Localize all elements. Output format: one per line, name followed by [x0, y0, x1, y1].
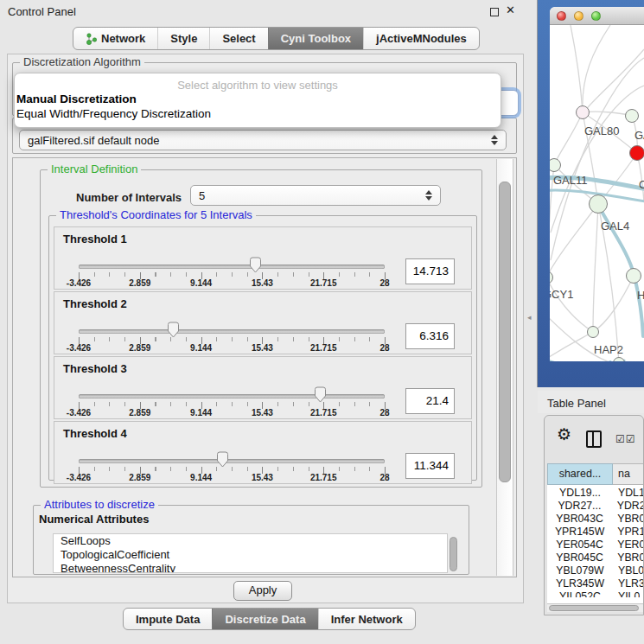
slider-major-ticks [79, 467, 386, 474]
algorithm-option-manual[interactable]: Manual Discretization [15, 92, 501, 106]
tab-label: Infer Network [331, 613, 403, 626]
scale-label: 15.43 [252, 473, 273, 482]
slider-major-ticks [79, 402, 386, 409]
slider-track[interactable] [79, 329, 385, 334]
threshold-label: Threshold 1 [63, 233, 127, 245]
scale-label: 9.144 [190, 278, 212, 288]
table-data-combo[interactable]: galFiltered.sif default node [19, 130, 507, 150]
table-row[interactable]: YDL19...YDL1 [547, 487, 644, 500]
splitter-grip-icon[interactable]: ◂ [527, 313, 532, 322]
table-horizontal-scrollbar[interactable] [547, 603, 644, 612]
float-window-icon[interactable] [490, 8, 499, 16]
network-node-gal4[interactable] [589, 194, 608, 214]
attribute-list-item[interactable]: BetweennessCentrality [54, 562, 447, 573]
scale-label: 2.859 [129, 473, 150, 482]
table-row[interactable]: YPR145WYPR1 [547, 526, 644, 539]
tab-jactivemnodules[interactable]: jActiveMNodules [363, 28, 479, 49]
tab-infer-network[interactable]: Infer Network [318, 609, 415, 629]
control-panel-tabbar: NetworkStyleSelectCyni ToolboxjActiveMNo… [73, 27, 480, 50]
threshold-panel: Threshold 4 11.344 -3.4262.8599.14415.43… [54, 421, 472, 484]
scale-label: 28 [379, 343, 389, 353]
main-vertical-scrollbar-thumb[interactable] [499, 182, 511, 482]
combo-spinner-icon [491, 135, 498, 145]
columns-icon[interactable] [586, 430, 602, 448]
network-canvas[interactable]: GAL80GACGAL11GAL4GCY1HHAP2 [550, 25, 644, 361]
network-node-label: GAL80 [584, 124, 619, 137]
network-node-hap2[interactable] [587, 326, 599, 338]
network-node-label: H [637, 289, 644, 302]
tab-impute-data[interactable]: Impute Data [124, 609, 212, 629]
table-row[interactable]: YBR045CYBR0 [547, 552, 644, 564]
tab-cyni-toolbox[interactable]: Cyni Toolbox [268, 28, 363, 49]
checkboxes-icon[interactable]: ☑☑ [615, 433, 636, 445]
cell-shared-name: YLR345W [547, 577, 613, 590]
table-row[interactable]: YBL079WYBL0 [547, 564, 644, 577]
gear-icon[interactable]: ⚙ [557, 424, 571, 444]
slider-thumb[interactable] [167, 322, 180, 338]
apply-button[interactable]: Apply [233, 581, 292, 601]
slider-thumb[interactable] [249, 257, 262, 273]
slider-track[interactable] [79, 459, 385, 463]
cell-name: YER0 [612, 539, 644, 552]
table-row[interactable]: YDR27...YDR2 [547, 500, 644, 513]
scale-label: -3.426 [67, 408, 91, 418]
threshold-value-field[interactable]: 11.344 [405, 453, 455, 479]
network-node-selected-red[interactable] [629, 145, 644, 161]
column-header-shared-name[interactable]: shared... [547, 463, 613, 485]
tab-select[interactable]: Select [209, 28, 267, 49]
tab-style[interactable]: Style [157, 28, 209, 49]
threshold-value-field[interactable]: 14.713 [405, 258, 455, 284]
interval-definition-title: Interval Definition [48, 163, 141, 175]
threshold-value-field[interactable]: 6.316 [405, 323, 455, 349]
combo-spinner-icon [425, 190, 432, 201]
attributes-group-title: Attributes to discretize [41, 498, 158, 511]
minimize-traffic-light-icon[interactable] [574, 11, 583, 21]
network-window-titlebar[interactable] [550, 7, 644, 25]
attribute-list-item[interactable]: TopologicalCoefficient [54, 548, 447, 562]
scale-label: 15.43 [252, 278, 273, 288]
column-header-name[interactable]: na [613, 463, 644, 485]
close-icon[interactable]: ✕ [506, 3, 515, 16]
network-edges [550, 25, 644, 361]
network-node-gal7[interactable] [625, 109, 639, 123]
scale-label: 9.144 [190, 343, 212, 353]
table-row[interactable]: YER054CYER0 [547, 539, 644, 552]
threshold-panel: Threshold 2 6.316 -3.4262.8599.14415.432… [54, 291, 472, 354]
network-node-gal80[interactable] [576, 105, 590, 119]
control-panel-title: Control Panel [8, 5, 76, 18]
cell-name: YBL0 [613, 564, 644, 577]
table-horizontal-scrollbar-thumb[interactable] [549, 605, 639, 611]
cell-shared-name: YBL079W [547, 564, 613, 577]
table-row[interactable]: YLR345WYLR3 [547, 577, 644, 590]
table-row[interactable]: YIL052CYIL0 [547, 590, 644, 597]
numerical-attributes-list[interactable]: SelfLoopsTopologicalCoefficientBetweenne… [53, 533, 448, 573]
attributes-group: Attributes to discretize Numerical Attri… [33, 505, 469, 575]
cell-shared-name: YBR043C [547, 513, 612, 526]
algorithm-placeholder-option[interactable]: Select algorithm to view settings [15, 79, 501, 92]
cell-name: YLR3 [613, 577, 644, 590]
tab-network[interactable]: Network [73, 28, 157, 49]
attribute-list-item[interactable]: SelfLoops [54, 534, 447, 548]
algorithm-option-equal-width[interactable]: Equal Width/Frequency Discretization [15, 106, 501, 121]
slider-track[interactable] [79, 394, 385, 399]
table-rows: YDL19...YDL1YDR27...YDR2YBR043CYBR0YPR14… [547, 487, 644, 597]
tab-discretize-data[interactable]: Discretize Data [212, 609, 317, 629]
close-traffic-light-icon[interactable] [557, 11, 566, 21]
threshold-label: Threshold 3 [63, 362, 127, 375]
slider-thumb[interactable] [314, 386, 327, 403]
zoom-traffic-light-icon[interactable] [591, 11, 601, 21]
table-row[interactable]: YBR043CYBR0 [547, 513, 644, 526]
cell-name: YDL1 [613, 487, 644, 500]
slider-track[interactable] [79, 265, 385, 269]
num-intervals-combo[interactable]: 5 [190, 185, 441, 206]
attributes-list-scrollbar-thumb[interactable] [450, 537, 457, 571]
threshold-value-field[interactable]: 21.4 [405, 388, 455, 414]
slider-thumb[interactable] [216, 451, 229, 468]
network-node-label: GAL11 [553, 174, 588, 187]
tab-label: Network [101, 32, 145, 45]
scale-label: 28 [379, 408, 389, 418]
network-node-h[interactable] [626, 268, 641, 284]
slider-major-ticks [79, 337, 386, 344]
table-panel-title: Table Panel [547, 397, 606, 410]
tab-label: Cyni Toolbox [281, 32, 351, 45]
